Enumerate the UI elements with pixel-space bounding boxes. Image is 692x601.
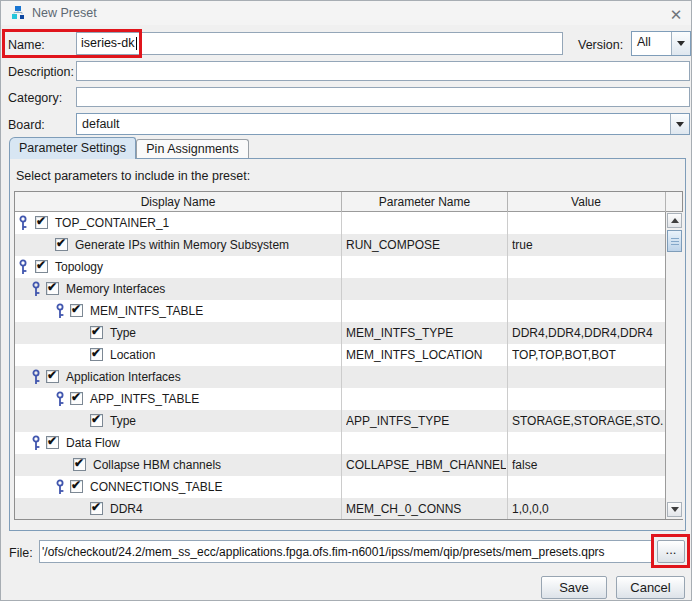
- close-icon[interactable]: ✕: [667, 5, 685, 23]
- row-display-name: TOP_CONTAINER_1: [55, 212, 169, 234]
- header-separator: [507, 192, 508, 212]
- vertical-scrollbar[interactable]: [665, 212, 683, 519]
- row-parameter-name: [346, 476, 506, 498]
- tree-expander-key-icon[interactable]: [31, 369, 41, 385]
- parameter-settings-panel: Select parameters to include in the pres…: [9, 158, 686, 531]
- tree-expander-key-icon[interactable]: [55, 391, 65, 407]
- scrollbar-up-button[interactable]: [667, 213, 682, 228]
- cancel-button[interactable]: Cancel: [616, 576, 685, 599]
- row-value: [512, 300, 664, 322]
- version-value: All: [632, 32, 671, 55]
- tab-pin-assignments[interactable]: Pin Assignments: [136, 139, 249, 159]
- header-separator: [341, 192, 342, 212]
- row-checkbox[interactable]: ✔: [70, 392, 83, 405]
- chevron-down-icon: [677, 41, 685, 46]
- row-display-name: Generate IPs within Memory Subsystem: [75, 234, 289, 256]
- file-path-input[interactable]: [39, 540, 652, 563]
- tree-expander-key-icon[interactable]: [18, 259, 28, 275]
- row-value: [512, 212, 664, 234]
- column-header-display-name: Display Name: [15, 192, 341, 212]
- tree-expander-key-icon[interactable]: [31, 281, 41, 297]
- board-select[interactable]: default: [76, 113, 690, 135]
- row-parameter-name: MEM_INTFS_LOCATION: [346, 344, 506, 366]
- table-row[interactable]: ✔MEM_INTFS_TABLE: [15, 300, 665, 322]
- name-input[interactable]: iseries-dk: [76, 32, 563, 55]
- browse-button[interactable]: ...: [657, 540, 685, 563]
- table-row[interactable]: ✔TypeMEM_INTFS_TYPEDDR4,DDR4,DDR4,DDR4: [15, 322, 665, 344]
- row-checkbox[interactable]: ✔: [90, 348, 103, 361]
- table-row[interactable]: ✔Generate IPs within Memory SubsystemRUN…: [15, 234, 665, 256]
- board-label: Board:: [8, 118, 45, 132]
- version-dropdown-button[interactable]: [671, 32, 690, 55]
- row-parameter-name: MEM_INTFS_TYPE: [346, 322, 506, 344]
- new-preset-dialog: New Preset ✕ Name: iseries-dk Version: A…: [0, 0, 692, 601]
- row-value: [512, 256, 664, 278]
- window-title: New Preset: [32, 6, 97, 20]
- checkmark-icon: ✔: [71, 478, 81, 492]
- table-row[interactable]: ✔Data Flow: [15, 432, 665, 454]
- row-checkbox[interactable]: ✔: [46, 370, 59, 383]
- table-row[interactable]: ✔Collapse HBM channelsCOLLAPSE_HBM_CHANN…: [15, 454, 665, 476]
- category-input[interactable]: [76, 87, 690, 107]
- row-display-name: Type: [110, 322, 136, 344]
- scrollbar-thumb[interactable]: [667, 230, 682, 252]
- board-dropdown-button[interactable]: [670, 114, 689, 134]
- row-display-name: Application Interfaces: [66, 366, 181, 388]
- row-value: TOP,TOP,BOT,BOT: [512, 344, 664, 366]
- row-value: STORAGE,STORAGE,STO...: [512, 410, 664, 432]
- tab-parameter-settings[interactable]: Parameter Settings: [9, 137, 136, 159]
- description-input[interactable]: [76, 61, 690, 81]
- row-checkbox[interactable]: ✔: [73, 458, 86, 471]
- row-checkbox[interactable]: ✔: [90, 414, 103, 427]
- row-checkbox[interactable]: ✔: [46, 282, 59, 295]
- table-row[interactable]: ✔LocationMEM_INTFS_LOCATIONTOP,TOP,BOT,B…: [15, 344, 665, 366]
- row-checkbox[interactable]: ✔: [70, 480, 83, 493]
- row-checkbox[interactable]: ✔: [46, 436, 59, 449]
- row-display-name: CONNECTIONS_TABLE: [90, 476, 222, 498]
- row-value: [512, 278, 664, 300]
- table-row[interactable]: ✔DDR4MEM_CH_0_CONNS1,0,0,0: [15, 498, 665, 519]
- table-row[interactable]: ✔CONNECTIONS_TABLE: [15, 476, 665, 498]
- tree-expander-key-icon[interactable]: [55, 479, 65, 495]
- row-parameter-name: [346, 278, 506, 300]
- row-checkbox[interactable]: ✔: [35, 260, 48, 273]
- checkmark-icon: ✔: [71, 302, 81, 316]
- row-parameter-name: COLLAPSE_HBM_CHANNELS: [346, 454, 506, 476]
- parameter-table-body: ✔TOP_CONTAINER_1✔Generate IPs within Mem…: [15, 212, 665, 519]
- thumb-grip: [671, 244, 679, 245]
- version-label: Version:: [578, 38, 623, 52]
- row-value: [512, 388, 664, 410]
- column-header-value: Value: [508, 192, 664, 212]
- version-select[interactable]: All: [631, 31, 691, 56]
- row-display-name: MEM_INTFS_TABLE: [90, 300, 203, 322]
- checkmark-icon: ✔: [91, 500, 101, 514]
- row-checkbox[interactable]: ✔: [70, 304, 83, 317]
- row-checkbox[interactable]: ✔: [35, 216, 48, 229]
- row-display-name: Location: [110, 344, 155, 366]
- instruction-text: Select parameters to include in the pres…: [16, 169, 250, 183]
- table-row[interactable]: ✔TypeAPP_INTFS_TYPESTORAGE,STORAGE,STO..…: [15, 410, 665, 432]
- tree-expander-key-icon[interactable]: [55, 303, 65, 319]
- row-checkbox[interactable]: ✔: [55, 238, 68, 251]
- row-parameter-name: [346, 212, 506, 234]
- checkmark-icon: ✔: [47, 280, 57, 294]
- row-display-name: Collapse HBM channels: [93, 454, 221, 476]
- grid-line: [341, 212, 342, 519]
- row-value: true: [512, 234, 664, 256]
- row-checkbox[interactable]: ✔: [90, 502, 103, 515]
- parameter-table: Display Name Parameter Name Value ✔TOP_C…: [14, 191, 683, 520]
- row-value: [512, 366, 664, 388]
- save-button[interactable]: Save: [541, 576, 607, 599]
- table-row[interactable]: ✔APP_INTFS_TABLE: [15, 388, 665, 410]
- tree-expander-key-icon[interactable]: [18, 215, 28, 231]
- table-row[interactable]: ✔Application Interfaces: [15, 366, 665, 388]
- row-parameter-name: [346, 432, 506, 454]
- row-checkbox[interactable]: ✔: [90, 326, 103, 339]
- tree-expander-key-icon[interactable]: [31, 435, 41, 451]
- table-row[interactable]: ✔TOP_CONTAINER_1: [15, 212, 665, 234]
- checkmark-icon: ✔: [56, 236, 66, 250]
- table-row[interactable]: ✔Topology: [15, 256, 665, 278]
- triangle-down-icon: [671, 507, 679, 512]
- table-row[interactable]: ✔Memory Interfaces: [15, 278, 665, 300]
- scrollbar-down-button[interactable]: [667, 502, 682, 517]
